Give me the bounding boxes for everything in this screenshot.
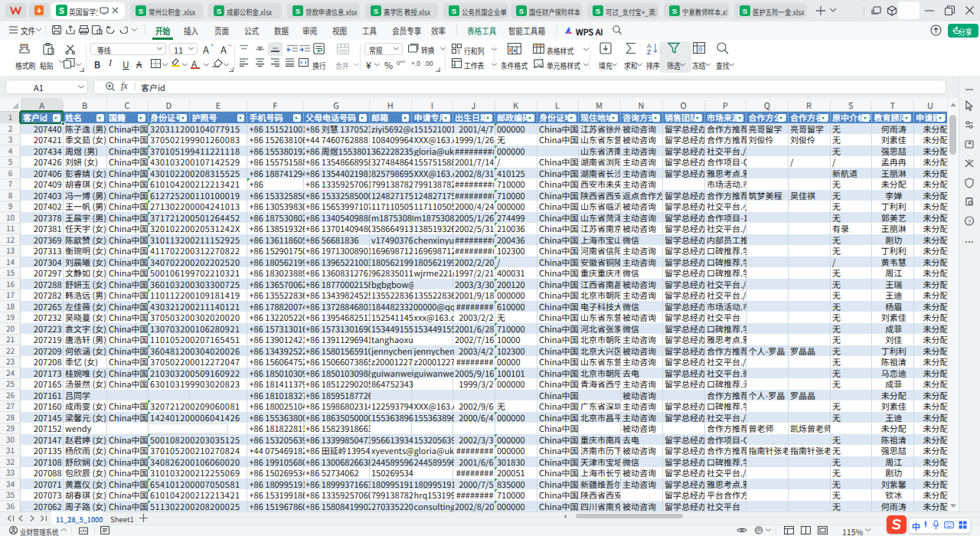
svg-text:S: S (138, 7, 142, 15)
svg-text:3: 3 (457, 47, 460, 54)
svg-text:?: ? (968, 218, 972, 225)
svg-text:S: S (519, 7, 524, 15)
svg-text:S: S (596, 7, 600, 15)
svg-text:S: S (743, 7, 747, 15)
svg-text:.00: .00 (424, 60, 433, 67)
svg-text:S: S (296, 7, 300, 15)
svg-text:S: S (374, 7, 378, 15)
svg-text:中: 中 (756, 528, 762, 533)
svg-text:S: S (217, 7, 221, 15)
svg-text:S: S (672, 7, 677, 15)
svg-text:S: S (452, 7, 456, 15)
svg-text:S: S (59, 7, 64, 15)
svg-text:0⁰⁰: 0⁰⁰ (397, 60, 405, 67)
svg-text:Z: Z (647, 48, 651, 54)
svg-text:+.0: +.0 (411, 60, 420, 67)
